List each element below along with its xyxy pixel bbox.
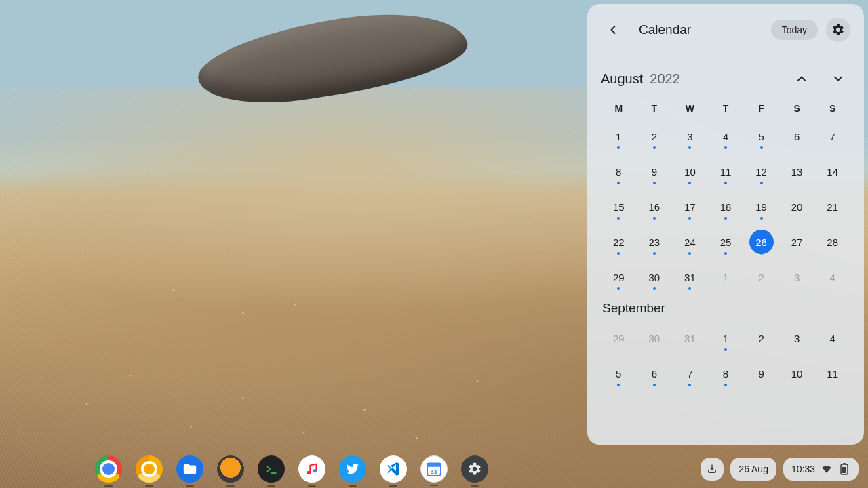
calendar-popup: Calendar Today August 2022 MTWTFSS 12345… (587, 4, 864, 445)
calendar-day[interactable]: 23 (637, 228, 673, 256)
calendar-day[interactable]: 6 (779, 122, 815, 150)
day-number: 9 (642, 159, 667, 184)
calendar-day[interactable]: 12 (743, 157, 779, 186)
dow-label: S (814, 103, 850, 114)
calendar-day[interactable]: 28 (814, 228, 850, 256)
calendar-day[interactable]: 9 (743, 359, 779, 388)
day-number: 30 (642, 265, 667, 289)
wifi-icon (821, 463, 833, 475)
day-number: 8 (713, 361, 738, 386)
calendar-day[interactable]: 5 (743, 122, 779, 150)
app-chrome-canary[interactable] (136, 455, 163, 483)
calendar-day[interactable]: 31 (672, 263, 708, 291)
app-vscode[interactable] (380, 455, 407, 483)
app-chrome[interactable] (95, 455, 122, 483)
calendar-day[interactable]: 22 (601, 228, 637, 256)
calendar-day[interactable]: 11 (814, 359, 850, 388)
event-dot (688, 252, 691, 255)
event-dot (724, 252, 727, 255)
event-dot (760, 182, 763, 184)
event-dot (724, 146, 727, 149)
day-number: 3 (677, 124, 702, 148)
calendar-day[interactable]: 4 (814, 324, 850, 352)
app-sublime-text[interactable] (217, 455, 244, 483)
event-dot (653, 384, 656, 386)
day-number: 12 (749, 159, 774, 184)
calendar-day[interactable]: 19 (743, 192, 779, 221)
today-button[interactable]: Today (771, 20, 818, 40)
app-files[interactable] (176, 455, 203, 483)
day-number: 27 (785, 230, 809, 254)
app-apple-music[interactable] (298, 455, 326, 483)
calendar-day[interactable]: 13 (779, 157, 815, 186)
calendar-day[interactable]: 1 (708, 324, 744, 352)
app-settings[interactable] (461, 455, 488, 483)
event-dot (760, 217, 763, 220)
event-dot (617, 146, 620, 149)
app-terminal[interactable] (258, 455, 285, 483)
calendar-day[interactable]: 3 (779, 324, 815, 352)
calendar-day[interactable]: 17 (672, 192, 708, 221)
svg-rect-6 (843, 463, 846, 464)
calendar-day[interactable]: 3 (779, 263, 815, 291)
day-number: 14 (821, 159, 845, 184)
calendar-day[interactable]: 4 (708, 122, 744, 150)
event-dot (688, 287, 691, 290)
calendar-day[interactable]: 2 (743, 263, 779, 291)
calendar-day[interactable]: 30 (637, 324, 673, 352)
calendar-day[interactable]: 3 (672, 122, 708, 150)
calendar-day[interactable]: 15 (601, 192, 637, 221)
calendar-day[interactable]: 8 (708, 359, 744, 388)
calendar-day[interactable]: 8 (601, 157, 637, 186)
calendar-day[interactable]: 11 (708, 157, 744, 186)
day-number: 4 (821, 265, 845, 289)
svg-text:31: 31 (431, 468, 438, 475)
calendar-settings-button[interactable] (826, 18, 850, 42)
calendar-day[interactable]: 24 (672, 228, 708, 256)
calendar-day[interactable]: 31 (672, 324, 708, 352)
calendar-day[interactable]: 25 (708, 228, 744, 256)
calendar-day[interactable]: 1 (708, 263, 744, 291)
calendar-day[interactable]: 21 (814, 192, 850, 221)
back-button[interactable] (601, 18, 625, 42)
calendar-day[interactable]: 20 (779, 192, 815, 221)
battery-icon (838, 463, 850, 475)
calendar-day[interactable]: 16 (637, 192, 673, 221)
calendar-day[interactable]: 26 (743, 228, 779, 256)
calendar-day[interactable]: 10 (672, 157, 708, 186)
calendar-day[interactable]: 5 (601, 359, 637, 388)
calendar-day[interactable]: 27 (779, 228, 815, 256)
calendar-day[interactable]: 18 (708, 192, 744, 221)
calendar-day[interactable]: 7 (814, 122, 850, 150)
calendar-day[interactable]: 9 (637, 157, 673, 186)
calendar-day[interactable]: 29 (601, 263, 637, 291)
day-number: 13 (785, 159, 809, 184)
calendar-title: Calendar (639, 22, 691, 37)
calendar-day[interactable]: 29 (601, 324, 637, 352)
app-twitter[interactable] (339, 455, 366, 483)
calendar-day[interactable]: 6 (637, 359, 673, 388)
chevron-down-icon (831, 72, 845, 85)
calendar-day[interactable]: 2 (637, 122, 673, 150)
shelf-apps: 31 (95, 455, 488, 483)
day-number: 1 (713, 265, 738, 289)
date-pill[interactable]: 26 Aug (730, 458, 776, 481)
shelf: 31 26 Aug 10:33 (0, 450, 868, 488)
calendar-day[interactable]: 1 (601, 122, 637, 150)
event-dot (653, 287, 656, 290)
calendar-day[interactable]: 4 (814, 263, 850, 291)
event-dot (617, 182, 620, 184)
status-area[interactable]: 10:33 (783, 458, 859, 481)
calendar-day[interactable]: 2 (743, 324, 779, 352)
app-google-calendar[interactable]: 31 (420, 455, 448, 483)
prev-month-button[interactable] (789, 66, 814, 91)
calendar-day[interactable]: 30 (637, 263, 673, 291)
calendar-day[interactable]: 10 (779, 359, 815, 388)
vscode-icon (385, 461, 401, 477)
next-month-button[interactable] (826, 66, 850, 91)
calendar-day[interactable]: 14 (814, 157, 850, 186)
chevron-up-icon (795, 72, 808, 85)
calendar-day[interactable]: 7 (672, 359, 708, 388)
day-number: 21 (821, 195, 845, 219)
holding-space-button[interactable] (701, 458, 724, 481)
